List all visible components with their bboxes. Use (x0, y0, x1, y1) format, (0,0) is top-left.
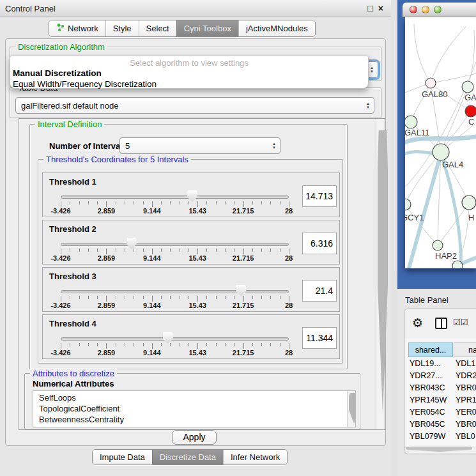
network-canvas[interactable]: GAL80GACGAL11GAL4GCY1HHAP2 (405, 17, 476, 268)
dropdown-option[interactable]: Equal Width/Frequency Discretization (10, 79, 368, 89)
column-header-name[interactable]: na (454, 342, 476, 357)
slider-track[interactable] (61, 243, 289, 246)
slider-thumb[interactable] (127, 238, 137, 249)
cell-shared-name: YDL19... (410, 359, 441, 368)
table-panel: ⚙ ☑☑ shared... na YDL19...YDL1YDR27...YD… (404, 309, 476, 454)
apply-button[interactable]: Apply (172, 430, 217, 445)
table-horizontal-scrollbar[interactable] (404, 446, 476, 452)
bottom-tab-impute-data[interactable]: Impute Data (93, 450, 152, 464)
number-of-intervals-combo[interactable]: 5 ▲▼ (119, 137, 280, 154)
mac-minimize-button[interactable] (422, 6, 429, 13)
network-node[interactable] (405, 199, 411, 210)
number-of-intervals-value: 5 (125, 141, 130, 151)
cell-name: YBR0 (456, 383, 476, 392)
network-node[interactable] (452, 261, 463, 268)
control-panel-titlebar: Control Panel □ × (0, 0, 391, 17)
table-rows: YDL19...YDL1YDR27...YDR2YBR043CYBR0YPR14… (404, 358, 476, 445)
network-node[interactable] (465, 105, 476, 117)
threshold-panel: Threshold 1-3.4262.8599.14415.4321.71528… (42, 173, 340, 217)
settings-scrollpane: Interval Definition Number of Intervals … (19, 118, 385, 430)
tab-jactivemnodules[interactable]: jActiveMNodules (238, 20, 315, 36)
number-of-intervals-label: Number of Intervals (49, 141, 127, 151)
float-window-icon[interactable]: □ (367, 3, 372, 14)
network-node[interactable] (462, 196, 476, 210)
table-data-combo[interactable]: galFiltered.sif default node ▲▼ (15, 97, 374, 114)
attributes-scrollbar[interactable] (347, 391, 355, 427)
table-row[interactable]: YBR045CYBR0 (404, 418, 476, 431)
threshold-value-field[interactable]: 6.316 (302, 233, 337, 254)
threshold-value-field[interactable]: 21.4 (302, 280, 337, 302)
table-panel-zone: Table Panel ⚙ ☑☑ shared... na YDL19...YD… (397, 289, 476, 476)
gear-icon[interactable]: ⚙ (412, 316, 423, 330)
cell-name: YER0 (456, 408, 476, 417)
network-node[interactable] (462, 81, 473, 93)
mac-zoom-button[interactable] (434, 6, 441, 13)
network-node-label: H (468, 213, 474, 222)
tab-select[interactable]: Select (139, 20, 176, 36)
algorithm-dropdown-popup: Select algorithm to view settings Manual… (10, 56, 369, 89)
numerical-attributes-list[interactable]: SelfLoopsTopologicalCoefficientBetweenne… (33, 390, 356, 427)
tab-style[interactable]: Style (105, 20, 139, 36)
attribute-list-item[interactable]: BetweennessCentrality (33, 414, 355, 425)
slider-thumb[interactable] (236, 285, 246, 296)
network-window-titlebar[interactable] (403, 3, 476, 17)
slider-track[interactable] (61, 337, 289, 341)
slider-thumb[interactable] (163, 332, 173, 344)
cell-shared-name: YBR045C (410, 420, 445, 429)
close-window-icon[interactable]: × (378, 3, 383, 14)
table-row[interactable]: YER054CYER0 (404, 406, 476, 418)
threshold-label: Threshold 2 (49, 224, 96, 234)
threshold-label: Threshold 1 (49, 177, 96, 187)
cell-shared-name: YLR345W (410, 444, 446, 445)
column-header-shared[interactable]: shared... (408, 342, 453, 357)
table-row[interactable]: YBL079WYBL0 (404, 431, 476, 443)
network-tab-icon (56, 23, 65, 34)
network-node[interactable] (405, 116, 417, 128)
combo-spinner-icon: ▲▼ (370, 66, 374, 73)
table-row[interactable]: YDL19...YDL1 (404, 358, 476, 370)
network-node-label: HAP2 (435, 251, 457, 261)
bottom-tab-discretize-data[interactable]: Discretize Data (152, 450, 223, 464)
tab-label: Infer Network (231, 452, 280, 462)
network-node[interactable] (426, 78, 436, 88)
numerical-attributes-label: Numerical Attributes (33, 379, 114, 388)
tab-network[interactable]: Network (49, 20, 105, 36)
attributes-group-title: Attributes to discretize (30, 369, 117, 378)
table-data-value: galFiltered.sif default node (21, 101, 118, 111)
bottom-tab-infer-network[interactable]: Infer Network (223, 450, 287, 464)
cell-name: YLR3 (456, 444, 475, 445)
tab-cyni-toolbox[interactable]: Cyni Toolbox (176, 20, 238, 36)
network-desktop: GAL80GACGAL11GAL4GCY1HHAP2 (397, 0, 476, 289)
attribute-list-item[interactable]: TopologicalCoefficient (33, 403, 355, 414)
table-row[interactable]: YDR27...YDR2 (404, 370, 476, 382)
network-node-label: GA (464, 93, 476, 102)
bottom-tab-bar: Impute DataDiscretize DataInfer Network (92, 449, 288, 465)
slider-thumb[interactable] (187, 190, 197, 202)
settings-scrollbar[interactable] (376, 119, 385, 429)
mac-close-button[interactable] (410, 6, 417, 13)
thresholds-group-title: Threshold's Coordinates for 5 Intervals (43, 155, 191, 164)
cell-shared-name: YBR043C (410, 383, 445, 392)
slider-track[interactable] (61, 196, 289, 199)
interval-definition-group: Interval Definition Number of Intervals … (29, 124, 348, 369)
split-columns-icon[interactable] (435, 318, 447, 329)
network-node[interactable] (433, 240, 443, 250)
combo-spinner-icon: ▲▼ (272, 142, 276, 150)
table-row[interactable]: YLR345WYLR3 (404, 443, 476, 445)
table-row[interactable]: YPR145WYPR1 (404, 394, 476, 406)
threshold-value-field[interactable]: 11.344 (302, 327, 337, 349)
slider-tick-labels: -3.4262.8599.14415.4321.71528 (61, 207, 289, 215)
table-row[interactable]: YBR043CYBR0 (404, 382, 476, 394)
threshold-label: Threshold 3 (49, 272, 96, 281)
attribute-list-item[interactable]: SelfLoops (33, 392, 355, 403)
checkbox-pair-icon[interactable]: ☑☑ (453, 318, 468, 327)
dropdown-options: Manual DiscretizationEqual Width/Frequen… (10, 68, 368, 89)
network-node-label: GAL4 (442, 160, 463, 169)
threshold-value-field[interactable]: 14.713 (302, 185, 337, 207)
tab-label: Style (113, 24, 132, 33)
dropdown-option[interactable]: Manual Discretization (10, 68, 368, 79)
network-node[interactable] (433, 144, 449, 160)
slider-tick-labels: -3.4262.8599.14415.4321.71528 (61, 302, 289, 309)
slider-track[interactable] (61, 290, 289, 293)
tab-label: Select (146, 24, 169, 33)
